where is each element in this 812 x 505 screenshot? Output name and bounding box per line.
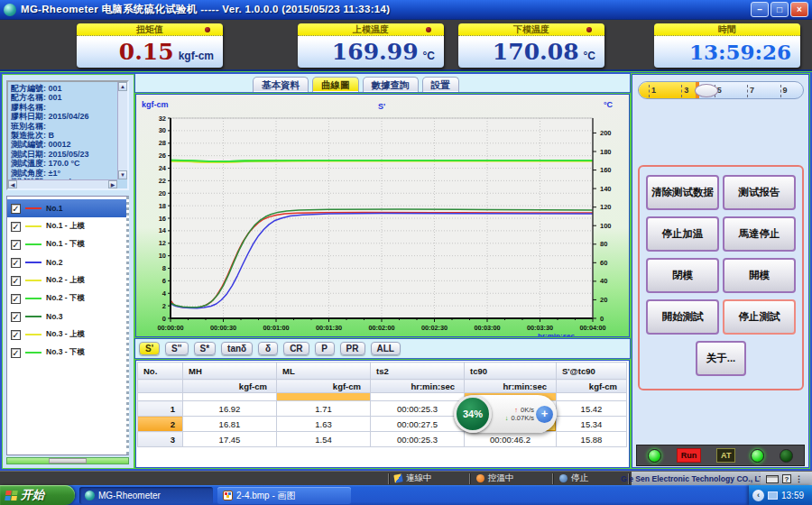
- curve-button-all[interactable]: ALL: [371, 342, 401, 355]
- tray-chevron-icon[interactable]: ‹: [752, 490, 764, 501]
- col-header-tc90[interactable]: tc90: [465, 363, 557, 380]
- legend-horizontal-scrollbar[interactable]: [6, 457, 129, 464]
- command-row: 停止加温馬達停止: [646, 216, 796, 252]
- col-header-ts2[interactable]: ts2: [371, 363, 465, 380]
- cell-No.[interactable]: 2: [138, 417, 183, 432]
- tab-data-query[interactable]: 數據查詢: [363, 77, 419, 92]
- legend-item-no1-upper[interactable]: ✓No.1 - 上模: [7, 217, 126, 235]
- scroll-left-icon[interactable]: ◀: [8, 180, 17, 188]
- start-test-button[interactable]: 開始測試: [646, 299, 719, 335]
- download-progress-circle[interactable]: 34%: [454, 395, 492, 433]
- table-row[interactable]: 317.451.5400:00:25.300:00:46.215.88: [138, 432, 627, 447]
- open-mold-button[interactable]: 開模: [723, 258, 796, 293]
- legend-item-no2-lower[interactable]: ✓No.2 - 下模: [7, 289, 126, 308]
- connecting-icon: [393, 473, 402, 482]
- scroll-up-icon[interactable]: ▲: [118, 82, 127, 91]
- scrollbar-thumb[interactable]: [49, 458, 87, 464]
- help-icon[interactable]: ?: [782, 474, 791, 483]
- add-download-button[interactable]: +: [536, 406, 553, 423]
- legend-item-no2[interactable]: ✓No.2: [7, 253, 126, 271]
- cell-ML[interactable]: 1.54: [277, 432, 371, 447]
- legend-item-no3[interactable]: ✓No.3: [7, 308, 126, 326]
- test-report-button[interactable]: 测试报告: [723, 175, 796, 210]
- motor-stop-button[interactable]: 馬達停止: [723, 216, 796, 252]
- legend-item-no2-upper[interactable]: ✓No.2 - 上模: [7, 271, 126, 289]
- cell-ts2[interactable]: 00:00:27.5: [371, 417, 465, 432]
- close-mold-button[interactable]: 閉模: [646, 258, 719, 293]
- curve-button-delta[interactable]: δ: [258, 342, 278, 355]
- legend-item-no3-lower[interactable]: ✓No.3 - 下模: [7, 344, 126, 362]
- cell-MH[interactable]: 16.92: [183, 401, 277, 417]
- checkbox-no2[interactable]: ✓: [11, 258, 21, 268]
- language-bar[interactable]: ? ⋮: [761, 472, 812, 486]
- upload-rate: ↑ 0K/s: [495, 406, 536, 414]
- legend-line-swatch: [25, 262, 42, 263]
- lower-temp-value: 170.08: [493, 40, 579, 64]
- legend-item-no1[interactable]: ✓No.1: [7, 199, 126, 217]
- title-bar[interactable]: MG-Rheometer 电脑系统硫化试验机 ----- Ver. 1.0.0.…: [0, 0, 812, 20]
- cell-MH[interactable]: 17.45: [183, 432, 277, 447]
- stop-test-button[interactable]: 停止測試: [723, 299, 796, 335]
- start-label: 开始: [21, 487, 44, 503]
- cell-S'@tc90[interactable]: 15.88: [557, 432, 627, 447]
- checkbox-no3[interactable]: ✓: [11, 312, 21, 322]
- scroll-down-icon[interactable]: ▼: [118, 170, 127, 179]
- cell-MH[interactable]: 16.81: [183, 417, 277, 432]
- checkbox-no2-lower[interactable]: ✓: [11, 294, 21, 304]
- curve-button-tan-delta[interactable]: tanδ: [221, 342, 253, 355]
- cell-S'@tc90[interactable]: 15.34: [557, 417, 627, 432]
- curve-button-cr[interactable]: CR: [283, 342, 309, 355]
- download-monitor-widget[interactable]: 34% ↑ 0K/s ↓ 0.07K/s +: [456, 395, 557, 433]
- checkbox-no3-lower[interactable]: ✓: [11, 348, 21, 358]
- tab-basic-info[interactable]: 基本資料: [253, 77, 309, 92]
- minimize-button[interactable]: –: [751, 2, 769, 17]
- tray-network-icon[interactable]: [768, 491, 778, 500]
- checkbox-no1-upper[interactable]: ✓: [11, 222, 21, 232]
- keyboard-icon[interactable]: [766, 475, 779, 483]
- curve-button-p[interactable]: P: [315, 342, 335, 355]
- upload-rate-value: 0K/s: [521, 406, 534, 414]
- filter-cell: [183, 393, 277, 401]
- checkbox-no1[interactable]: ✓: [11, 204, 21, 214]
- langbar-menu-icon[interactable]: ⋮: [795, 474, 803, 483]
- cell-ts2[interactable]: 00:00:25.3: [371, 401, 465, 417]
- task-button-mg-rheometer[interactable]: MG-Rheometer: [79, 487, 213, 504]
- stop-heating-button[interactable]: 停止加温: [646, 216, 719, 252]
- cell-ML[interactable]: 1.71: [277, 401, 371, 417]
- close-button[interactable]: ×: [790, 2, 808, 17]
- col-header-S'@tc90[interactable]: S'@tc90: [557, 363, 627, 380]
- legend-item-no1-lower[interactable]: ✓No.1 - 下模: [7, 235, 126, 253]
- info-horizontal-scrollbar[interactable]: ◀ ▶: [8, 179, 117, 188]
- checkbox-no1-lower[interactable]: ✓: [11, 240, 21, 250]
- clear-test-data-button[interactable]: 清除测试数据: [646, 175, 719, 210]
- curve-button-s-star[interactable]: S*: [194, 342, 217, 355]
- col-header-MH[interactable]: MH: [183, 363, 277, 380]
- speed-gauge-slider[interactable]: 13579: [638, 81, 804, 99]
- cell-S'@tc90[interactable]: 15.42: [557, 401, 627, 417]
- cell-tc90[interactable]: 00:00:46.2: [465, 432, 557, 447]
- checkbox-no2-upper[interactable]: ✓: [11, 276, 21, 286]
- curve-button-s1[interactable]: S': [139, 342, 160, 355]
- curve-button-pr[interactable]: PR: [340, 342, 365, 355]
- about-button[interactable]: 关于...: [696, 341, 746, 376]
- tab-curve-chart[interactable]: 曲線圖: [312, 77, 359, 92]
- gauge-thumb[interactable]: [695, 84, 718, 97]
- col-header-ML[interactable]: ML: [277, 363, 371, 380]
- col-header-No.[interactable]: No.: [138, 363, 183, 380]
- legend-item-no3-upper[interactable]: ✓No.3 - 上模: [7, 326, 126, 344]
- cell-No.[interactable]: 3: [138, 432, 183, 447]
- cell-No.[interactable]: 1: [138, 401, 183, 417]
- cell-ts2[interactable]: 00:00:25.3: [371, 432, 465, 447]
- checkbox-no3-upper[interactable]: ✓: [11, 330, 21, 340]
- status-separator: [628, 473, 629, 484]
- info-vertical-scrollbar[interactable]: ▲ ▼: [117, 82, 127, 179]
- legend-label: No.1 - 上模: [46, 221, 85, 232]
- scroll-right-icon[interactable]: ▶: [108, 180, 117, 188]
- cell-ML[interactable]: 1.63: [277, 417, 371, 432]
- start-button[interactable]: 开始: [0, 485, 75, 505]
- clock-value: 13:59:26: [689, 40, 791, 64]
- task-button-paint[interactable]: 2-4.bmp - 画图: [217, 487, 351, 504]
- maximize-button[interactable]: □: [770, 2, 789, 17]
- tab-settings[interactable]: 設置: [422, 77, 459, 92]
- curve-button-s2[interactable]: S'': [165, 342, 188, 355]
